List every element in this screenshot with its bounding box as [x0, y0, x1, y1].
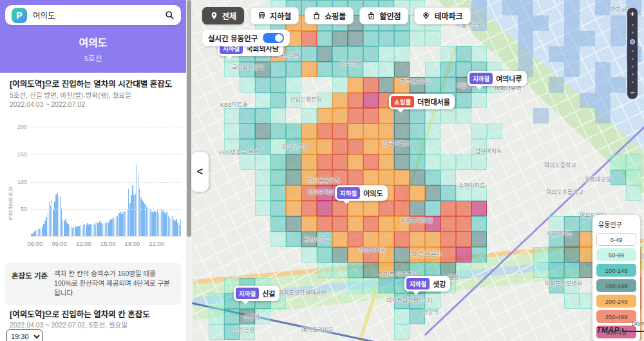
heatmap-cell [440, 201, 456, 216]
heatmap-cell [425, 139, 440, 154]
heatmap-cell [564, 0, 580, 15]
heatmap-cell [332, 77, 348, 93]
heatmap-cell [471, 93, 487, 108]
legend-item-0-49[interactable]: 0-49 [596, 233, 636, 246]
legend-item-200-249[interactable]: 200-249 [596, 295, 636, 308]
filter-button-할인점[interactable]: 할인점 [359, 7, 408, 24]
heatmap-cell [425, 232, 440, 247]
heatmap-cell [456, 232, 471, 247]
chart-x-tick: 09:00 [52, 240, 67, 247]
heatmap-cell [456, 247, 471, 263]
filter-button-쇼핑몰[interactable]: 쇼핑몰 [305, 7, 354, 24]
heatmap-cell [332, 139, 348, 154]
legend-item-100-149[interactable]: 100-149 [596, 264, 636, 277]
heatmap-cell [332, 124, 348, 139]
heatmap-cell [456, 93, 471, 108]
zoom-level-dot[interactable] [632, 24, 634, 26]
map-place-label: 근린공원 [233, 326, 254, 334]
heatmap-cell [348, 201, 363, 216]
heatmap-cell [394, 154, 410, 170]
realtime-toggle-box: 실시간 유동인구 [202, 30, 290, 46]
heatmap-cell [301, 46, 317, 62]
scrollbar-thumb[interactable] [187, 0, 191, 237]
heatmap-cell [595, 108, 611, 124]
car-congestion-title: [여의도역]으로 진입하는 열차의 칸 혼잡도 [10, 308, 178, 320]
zoom-level-dot[interactable] [632, 50, 634, 52]
time-select-dropdown[interactable]: 19:30 [6, 329, 43, 341]
heatmap-cell [332, 216, 348, 232]
heatmap-cell [410, 31, 425, 46]
heatmap-cell [410, 108, 425, 124]
map-scale-text: 145m [631, 320, 644, 327]
map-place-label: 여의도중학교 [544, 161, 576, 169]
heatmap-cell [286, 232, 301, 247]
heatmap-cell [394, 46, 410, 62]
filter-button-테마파크[interactable]: 테마파크 [414, 7, 470, 24]
filter-button-지하철[interactable]: 지하철 [250, 7, 299, 24]
map-place-label: 하나금융투자 [308, 176, 340, 185]
heatmap-cell [626, 185, 641, 201]
heatmap-cell [533, 263, 549, 278]
station-callout-더현대서울[interactable]: 쇼핑몰더현대서울 [389, 94, 455, 109]
station-callout-name: 신길 [262, 288, 275, 299]
heatmap-cell [394, 31, 410, 46]
heatmap-cell [425, 62, 440, 77]
congestion-chart-title: [여의도역]으로 진입하는 열차의 시간대별 혼잡도 [10, 77, 178, 89]
zoom-level-dot[interactable] [632, 66, 634, 68]
map-place-label: SK증권 본사 [411, 250, 442, 258]
station-callout-name: 여의나루 [496, 73, 522, 84]
heatmap-cell [348, 216, 363, 232]
heatmap-cell [471, 201, 487, 216]
heatmap-cell [332, 247, 348, 263]
heatmap-cell [611, 31, 626, 46]
heatmap-cell [270, 232, 286, 247]
zoom-in-button[interactable]: + [630, 10, 634, 18]
heatmap-cell [425, 154, 440, 170]
heatmap-cell [317, 201, 332, 216]
zoom-level-dot[interactable] [632, 32, 634, 33]
zoom-level-dot[interactable] [632, 58, 634, 60]
toggle-knob [275, 34, 283, 42]
zoom-out-button[interactable]: − [630, 89, 634, 97]
sidebar-header: P 여의도 5호선 [0, 0, 186, 73]
realtime-toggle-switch[interactable] [263, 33, 284, 43]
category-badge: 지하철 [337, 187, 360, 199]
sidebar-collapse-button[interactable]: < [191, 152, 209, 192]
search-input[interactable] [33, 11, 159, 20]
map-canvas[interactable]: 한강공원서울색공원KB국민은행우리은행국회의사당역파크원타워2서울아파트여의나루… [192, 0, 644, 341]
heatmap-cell [301, 108, 317, 124]
legend-item-250-499[interactable]: 250-499 [596, 310, 636, 323]
map-place-label: 여의도초등학교 [546, 188, 583, 196]
tmap-logo: TMAP [596, 326, 620, 335]
chart-y-tick: 200 [17, 124, 31, 130]
heatmap-cell [317, 247, 332, 263]
legend-item-50-99[interactable]: 50-99 [596, 248, 636, 261]
filter-label: 쇼핑몰 [325, 10, 346, 21]
zoom-level-indicator[interactable] [630, 39, 635, 44]
heatmap-cell [332, 154, 348, 170]
heatmap-cell [394, 247, 410, 263]
heatmap-cell [348, 139, 363, 154]
heatmap-cell [332, 93, 348, 108]
chart-gridline [31, 154, 181, 155]
search-icon[interactable] [165, 10, 175, 20]
heatmap-cell [425, 170, 440, 185]
zoom-level-dot[interactable] [632, 81, 634, 83]
station-callout-샛강[interactable]: 지하철샛강 [404, 276, 450, 291]
map-place-label: 국회의사당역 [232, 63, 264, 71]
heatmap-cell [301, 124, 317, 139]
station-callout-신길[interactable]: 지하철신길 [234, 286, 279, 301]
heatmap-cell [394, 232, 410, 247]
filter-button-전체[interactable]: 전체 [202, 7, 244, 24]
zoom-level-slider[interactable] [630, 18, 635, 89]
shopping-bag-icon [312, 12, 321, 20]
chart-x-tick: 18:00 [125, 240, 140, 247]
heatmap-cell [595, 62, 611, 77]
station-callout-여의도[interactable]: 지하철여의도 [335, 185, 388, 201]
heatmap-cell [440, 185, 456, 201]
zoom-level-dot[interactable] [632, 73, 634, 75]
category-badge: 지하철 [236, 288, 259, 299]
legend-item-150-199[interactable]: 150-199 [596, 279, 636, 292]
heatmap-cell [394, 124, 410, 139]
station-callout-여의나루[interactable]: 지하철여의나루 [468, 71, 527, 86]
